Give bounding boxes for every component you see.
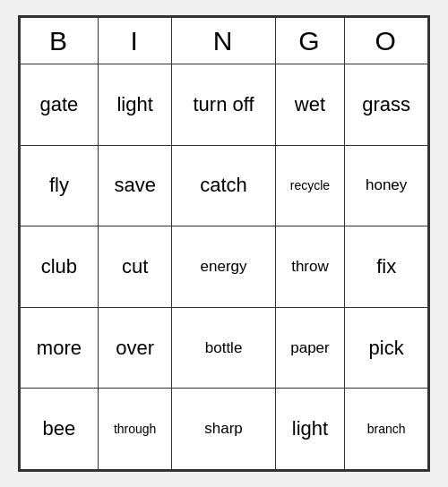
row-2: fly save catch recycle honey: [21, 145, 428, 226]
cell-1-2: light: [98, 64, 172, 146]
cell-5-3: sharp: [172, 389, 275, 470]
header-o: O: [345, 18, 428, 64]
cell-1-4: wet: [275, 64, 345, 146]
cell-3-1: club: [21, 226, 99, 308]
cell-1-1: gate: [21, 64, 99, 146]
row-3: club cut energy throw fix: [21, 226, 428, 308]
cell-2-1: fly: [21, 145, 99, 226]
cell-2-4: recycle: [275, 145, 345, 226]
cell-2-3: catch: [172, 145, 275, 226]
header-n: N: [172, 18, 275, 64]
cell-4-5: pick: [345, 307, 428, 389]
cell-4-4: paper: [275, 307, 345, 389]
cell-1-5: grass: [345, 64, 428, 146]
row-4: more over bottle paper pick: [21, 307, 428, 389]
cell-4-3: bottle: [172, 307, 275, 389]
cell-2-2: save: [98, 145, 172, 226]
bingo-card: B I N G O gate light turn off wet grass …: [18, 15, 430, 472]
cell-2-5: honey: [345, 145, 428, 226]
cell-5-2: through: [98, 389, 172, 470]
header-i: I: [98, 18, 172, 64]
cell-3-2: cut: [98, 226, 172, 308]
row-1: gate light turn off wet grass: [21, 64, 428, 146]
cell-5-1: bee: [21, 389, 99, 470]
cell-1-3: turn off: [172, 64, 275, 146]
cell-4-2: over: [98, 307, 172, 389]
cell-5-5: branch: [345, 389, 428, 470]
header-b: B: [21, 18, 99, 64]
cell-4-1: more: [21, 307, 99, 389]
cell-3-3: energy: [172, 226, 275, 308]
cell-3-4: throw: [275, 226, 345, 308]
header-row: B I N G O: [21, 18, 428, 64]
bingo-table: B I N G O gate light turn off wet grass …: [20, 17, 428, 470]
header-g: G: [275, 18, 345, 64]
cell-3-5: fix: [345, 226, 428, 308]
row-5: bee through sharp light branch: [21, 389, 428, 470]
cell-5-4: light: [275, 389, 345, 470]
